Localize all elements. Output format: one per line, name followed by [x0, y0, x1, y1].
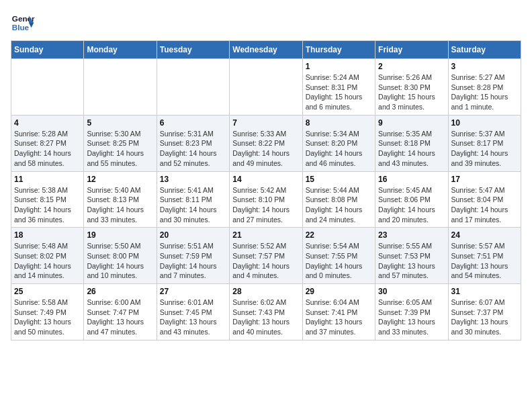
calendar-cell: 18Sunrise: 5:48 AM Sunset: 8:02 PM Dayli…: [11, 228, 84, 284]
day-info: Sunrise: 5:33 AM Sunset: 8:22 PM Dayligh…: [232, 129, 299, 169]
day-number: 1: [306, 62, 372, 71]
day-number: 31: [451, 287, 518, 296]
page-header: General Blue: [11, 11, 521, 35]
day-number: 15: [306, 175, 372, 184]
calendar-cell: 29Sunrise: 6:04 AM Sunset: 7:41 PM Dayli…: [302, 284, 375, 340]
day-info: Sunrise: 5:30 AM Sunset: 8:25 PM Dayligh…: [87, 129, 153, 169]
calendar-cell: 25Sunrise: 5:58 AM Sunset: 7:49 PM Dayli…: [11, 284, 84, 340]
calendar-cell: 3Sunrise: 5:27 AM Sunset: 8:28 PM Daylig…: [448, 59, 521, 116]
calendar-cell: 8Sunrise: 5:34 AM Sunset: 8:20 PM Daylig…: [302, 115, 375, 171]
day-number: 13: [160, 175, 226, 184]
calendar-table: SundayMondayTuesdayWednesdayThursdayFrid…: [11, 40, 521, 340]
week-row-4: 18Sunrise: 5:48 AM Sunset: 8:02 PM Dayli…: [11, 228, 521, 284]
day-info: Sunrise: 5:58 AM Sunset: 7:49 PM Dayligh…: [14, 298, 81, 337]
calendar-cell: 14Sunrise: 5:42 AM Sunset: 8:10 PM Dayli…: [230, 171, 302, 228]
day-number: 10: [451, 118, 518, 128]
calendar-cell: 10Sunrise: 5:37 AM Sunset: 8:17 PM Dayli…: [448, 115, 521, 171]
day-info: Sunrise: 5:40 AM Sunset: 8:13 PM Dayligh…: [87, 185, 153, 225]
logo: General Blue: [11, 11, 35, 35]
day-number: 24: [451, 230, 518, 240]
day-info: Sunrise: 5:51 AM Sunset: 7:59 PM Dayligh…: [160, 241, 226, 281]
day-number: 26: [87, 287, 153, 296]
calendar-cell: 27Sunrise: 6:01 AM Sunset: 7:45 PM Dayli…: [157, 284, 229, 340]
svg-text:Blue: Blue: [12, 23, 30, 32]
day-number: 16: [378, 175, 445, 184]
weekday-header-row: SundayMondayTuesdayWednesdayThursdayFrid…: [11, 41, 521, 59]
day-info: Sunrise: 5:42 AM Sunset: 8:10 PM Dayligh…: [232, 185, 299, 225]
day-info: Sunrise: 5:35 AM Sunset: 8:18 PM Dayligh…: [378, 129, 445, 169]
week-row-5: 25Sunrise: 5:58 AM Sunset: 7:49 PM Dayli…: [11, 284, 521, 340]
day-number: 17: [451, 175, 518, 184]
day-info: Sunrise: 5:44 AM Sunset: 8:08 PM Dayligh…: [306, 185, 372, 225]
day-info: Sunrise: 6:00 AM Sunset: 7:47 PM Dayligh…: [87, 298, 153, 337]
calendar-cell: 6Sunrise: 5:31 AM Sunset: 8:23 PM Daylig…: [157, 115, 229, 171]
calendar-cell: 12Sunrise: 5:40 AM Sunset: 8:13 PM Dayli…: [84, 171, 157, 228]
day-info: Sunrise: 6:05 AM Sunset: 7:39 PM Dayligh…: [378, 298, 445, 337]
weekday-header-tuesday: Tuesday: [157, 41, 229, 59]
calendar-cell: 17Sunrise: 5:47 AM Sunset: 8:04 PM Dayli…: [448, 171, 521, 228]
day-number: 28: [232, 287, 299, 296]
day-info: Sunrise: 5:52 AM Sunset: 7:57 PM Dayligh…: [232, 241, 299, 281]
day-info: Sunrise: 5:55 AM Sunset: 7:53 PM Dayligh…: [378, 241, 445, 281]
day-info: Sunrise: 5:27 AM Sunset: 8:28 PM Dayligh…: [451, 73, 518, 112]
day-number: 19: [87, 230, 153, 240]
day-info: Sunrise: 5:47 AM Sunset: 8:04 PM Dayligh…: [451, 185, 518, 225]
calendar-cell: [157, 59, 229, 116]
calendar-cell: 9Sunrise: 5:35 AM Sunset: 8:18 PM Daylig…: [375, 115, 448, 171]
weekday-header-wednesday: Wednesday: [230, 41, 302, 59]
day-number: 29: [306, 287, 372, 296]
calendar-cell: [11, 59, 84, 116]
day-number: 21: [232, 230, 299, 240]
calendar-cell: 11Sunrise: 5:38 AM Sunset: 8:15 PM Dayli…: [11, 171, 84, 228]
calendar-cell: 5Sunrise: 5:30 AM Sunset: 8:25 PM Daylig…: [84, 115, 157, 171]
day-number: 20: [160, 230, 226, 240]
day-info: Sunrise: 5:48 AM Sunset: 8:02 PM Dayligh…: [14, 241, 81, 281]
day-info: Sunrise: 5:37 AM Sunset: 8:17 PM Dayligh…: [451, 129, 518, 169]
day-number: 3: [451, 62, 518, 71]
weekday-header-friday: Friday: [375, 41, 448, 59]
day-info: Sunrise: 5:31 AM Sunset: 8:23 PM Dayligh…: [160, 129, 226, 169]
day-info: Sunrise: 5:38 AM Sunset: 8:15 PM Dayligh…: [14, 185, 81, 225]
calendar-cell: 23Sunrise: 5:55 AM Sunset: 7:53 PM Dayli…: [375, 228, 448, 284]
weekday-header-thursday: Thursday: [302, 41, 375, 59]
calendar-cell: 20Sunrise: 5:51 AM Sunset: 7:59 PM Dayli…: [157, 228, 229, 284]
day-info: Sunrise: 6:07 AM Sunset: 7:37 PM Dayligh…: [451, 298, 518, 337]
logo-icon: General Blue: [11, 11, 35, 35]
calendar-cell: 24Sunrise: 5:57 AM Sunset: 7:51 PM Dayli…: [448, 228, 521, 284]
calendar-cell: 4Sunrise: 5:28 AM Sunset: 8:27 PM Daylig…: [11, 115, 84, 171]
day-info: Sunrise: 6:01 AM Sunset: 7:45 PM Dayligh…: [160, 298, 226, 337]
calendar-cell: 31Sunrise: 6:07 AM Sunset: 7:37 PM Dayli…: [448, 284, 521, 340]
week-row-3: 11Sunrise: 5:38 AM Sunset: 8:15 PM Dayli…: [11, 171, 521, 228]
day-number: 9: [378, 118, 445, 128]
day-number: 2: [378, 62, 445, 71]
day-info: Sunrise: 5:50 AM Sunset: 8:00 PM Dayligh…: [87, 241, 153, 281]
calendar-cell: 28Sunrise: 6:02 AM Sunset: 7:43 PM Dayli…: [230, 284, 302, 340]
calendar-cell: 7Sunrise: 5:33 AM Sunset: 8:22 PM Daylig…: [230, 115, 302, 171]
calendar-cell: 30Sunrise: 6:05 AM Sunset: 7:39 PM Dayli…: [375, 284, 448, 340]
day-info: Sunrise: 6:02 AM Sunset: 7:43 PM Dayligh…: [232, 298, 299, 337]
calendar-cell: 16Sunrise: 5:45 AM Sunset: 8:06 PM Dayli…: [375, 171, 448, 228]
day-number: 8: [306, 118, 372, 128]
day-number: 6: [160, 118, 226, 128]
day-number: 4: [14, 118, 81, 128]
week-row-2: 4Sunrise: 5:28 AM Sunset: 8:27 PM Daylig…: [11, 115, 521, 171]
svg-marker-3: [29, 23, 34, 28]
calendar-cell: 21Sunrise: 5:52 AM Sunset: 7:57 PM Dayli…: [230, 228, 302, 284]
day-number: 22: [306, 230, 372, 240]
calendar-cell: [230, 59, 302, 116]
calendar-cell: 26Sunrise: 6:00 AM Sunset: 7:47 PM Dayli…: [84, 284, 157, 340]
weekday-header-monday: Monday: [84, 41, 157, 59]
calendar-cell: 22Sunrise: 5:54 AM Sunset: 7:55 PM Dayli…: [302, 228, 375, 284]
day-info: Sunrise: 5:26 AM Sunset: 8:30 PM Dayligh…: [378, 73, 445, 112]
day-number: 14: [232, 175, 299, 184]
day-number: 18: [14, 230, 81, 240]
calendar-cell: 19Sunrise: 5:50 AM Sunset: 8:00 PM Dayli…: [84, 228, 157, 284]
day-info: Sunrise: 5:57 AM Sunset: 7:51 PM Dayligh…: [451, 241, 518, 281]
day-number: 11: [14, 175, 81, 184]
day-number: 7: [232, 118, 299, 128]
day-info: Sunrise: 5:28 AM Sunset: 8:27 PM Dayligh…: [14, 129, 81, 169]
day-info: Sunrise: 5:34 AM Sunset: 8:20 PM Dayligh…: [306, 129, 372, 169]
calendar-cell: 1Sunrise: 5:24 AM Sunset: 8:31 PM Daylig…: [302, 59, 375, 116]
day-number: 12: [87, 175, 153, 184]
day-info: Sunrise: 5:45 AM Sunset: 8:06 PM Dayligh…: [378, 185, 445, 225]
